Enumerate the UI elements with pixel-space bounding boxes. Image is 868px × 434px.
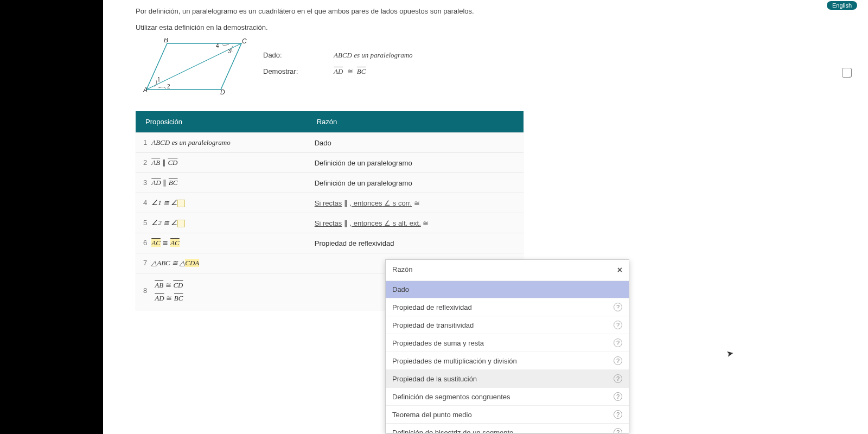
dropdown-item[interactable]: Propiedad de transitividad? <box>386 316 629 334</box>
given-label: Dado: <box>263 51 307 60</box>
cursor-icon: ➤ <box>725 348 734 359</box>
main-content: English Por definición, un paralelogramo… <box>103 0 868 434</box>
svg-line-1 <box>146 43 241 90</box>
help-icon[interactable]: ? <box>614 321 622 329</box>
dropdown-title: Razón <box>392 265 413 275</box>
dropdown-item[interactable]: Definición de bisectriz de un segmento? <box>386 424 629 433</box>
dropdown-list[interactable]: Dado Propiedad de reflexividad? Propieda… <box>386 281 629 433</box>
table-row: 5∠2 ≅ ∠ Si rectas ∥ , entonces ∠ s alt. … <box>136 213 524 233</box>
angle-blank[interactable] <box>177 220 185 227</box>
close-icon[interactable]: × <box>617 265 622 275</box>
help-icon[interactable]: ? <box>614 410 622 419</box>
reason-dropdown[interactable]: Razón × Dado Propiedad de reflexividad? … <box>385 259 629 433</box>
prove-label: Demostrar: <box>263 67 307 76</box>
reason-cell[interactable]: Si rectas ∥ , entonces ∠ s corr. ≅ <box>307 193 524 213</box>
col-reason: Razón <box>307 111 524 133</box>
figure-and-given: A B C D 1 2 3 4 Dado: ABCD es un p <box>136 38 863 99</box>
svg-text:2: 2 <box>167 84 170 90</box>
angle-blank[interactable] <box>177 200 185 207</box>
svg-text:1: 1 <box>157 76 161 82</box>
language-button[interactable]: English <box>827 1 857 10</box>
table-row: 1ABCD es un paralelogramo Dado <box>136 133 524 153</box>
svg-text:3: 3 <box>228 48 231 54</box>
svg-text:C: C <box>242 38 247 45</box>
table-row: 3AD ∥ BC Definición de un paralelogramo <box>136 173 524 193</box>
feedback-icon[interactable] <box>842 68 852 78</box>
svg-text:D: D <box>220 88 225 96</box>
table-row: 6AC ≅ AC Propiedad de reflexividad <box>136 233 524 253</box>
svg-text:4: 4 <box>216 43 219 49</box>
col-proposition: Proposición <box>136 111 307 133</box>
intro-text-2: Utilizar esta definición en la demostrac… <box>136 23 863 33</box>
svg-text:A: A <box>143 86 148 94</box>
dropdown-item[interactable]: Propiedad de la sustitución? <box>386 370 629 388</box>
prove-statement: AD ≅ BC <box>334 67 366 76</box>
table-row: 2AB ∥ CD Definición de un paralelogramo <box>136 153 524 173</box>
dropdown-item[interactable]: Teorema del punto medio? <box>386 406 629 424</box>
left-sidebar-black <box>0 0 103 434</box>
help-icon[interactable]: ? <box>614 428 622 433</box>
dropdown-item[interactable]: Definición de segmentos congruentes? <box>386 388 629 406</box>
dropdown-item[interactable]: Propiedad de reflexividad? <box>386 298 629 316</box>
help-icon[interactable]: ? <box>614 356 622 365</box>
reason-cell[interactable]: Si rectas ∥ , entonces ∠ s alt. ext. ≅ <box>307 213 524 233</box>
svg-text:B: B <box>164 38 168 44</box>
dropdown-item[interactable]: Propiedades de suma y resta? <box>386 334 629 352</box>
table-row: 4∠1 ≅ ∠ Si rectas ∥ , entonces ∠ s corr.… <box>136 193 524 213</box>
help-icon[interactable]: ? <box>614 374 622 383</box>
help-icon[interactable]: ? <box>614 303 622 311</box>
dropdown-item[interactable]: Propiedades de multiplicación y división… <box>386 352 629 370</box>
help-icon[interactable]: ? <box>614 339 622 347</box>
help-icon[interactable]: ? <box>614 392 622 401</box>
dropdown-item[interactable]: Dado <box>386 281 629 298</box>
intro-text-1: Por definición, un paralelogramo es un c… <box>136 7 863 16</box>
given-text: ABCD es un paralelogramo <box>334 51 413 59</box>
parallelogram-figure: A B C D 1 2 3 4 <box>136 38 250 99</box>
